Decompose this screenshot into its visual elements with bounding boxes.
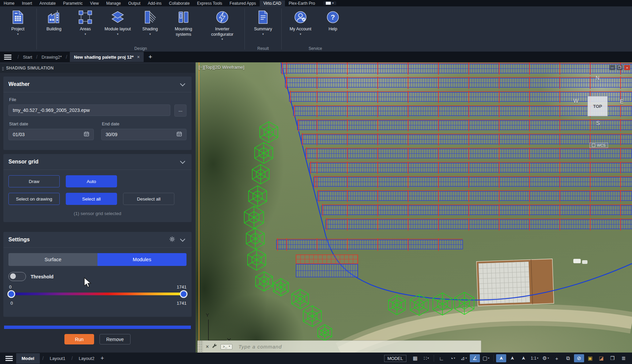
menu-item-output[interactable]: Output	[124, 0, 144, 6]
remove-button[interactable]: Remove	[99, 334, 131, 344]
command-close-icon[interactable]: ×	[206, 344, 209, 350]
mounting-systems-button[interactable]: Mounting systems	[166, 8, 201, 46]
help-button[interactable]: ?Help	[318, 8, 348, 46]
close-icon[interactable]: ×	[624, 65, 630, 70]
restore-icon[interactable]: ❐	[617, 65, 623, 70]
browse-file-button[interactable]: ...	[174, 104, 186, 117]
customize-icon[interactable]: ≣	[619, 354, 629, 362]
scale-value[interactable]: 1:1▾	[529, 354, 540, 362]
osnap-tracking-icon[interactable]: ∠	[470, 354, 480, 362]
polar-tracking-icon[interactable]: ◔▾	[448, 354, 458, 362]
fullscreen-icon[interactable]: ❒	[607, 354, 617, 362]
command-bar-grip[interactable]	[198, 341, 203, 353]
draw-button[interactable]: Draw	[8, 175, 60, 187]
viewcube-south[interactable]: S	[596, 120, 600, 126]
menu-item-parametric[interactable]: Parametric	[59, 0, 86, 6]
snap-mode-icon[interactable]: ∷▾	[421, 354, 431, 362]
close-tab-icon[interactable]: ×	[137, 54, 140, 60]
menu-item-collaborate[interactable]: Collaborate	[165, 0, 193, 6]
model-space-button[interactable]: MODEL	[384, 355, 406, 362]
command-prompt-icon[interactable]: >_▾	[221, 344, 232, 350]
deselect-all-button[interactable]: Deselect all	[123, 193, 174, 205]
slider-gradient-track[interactable]	[9, 293, 185, 295]
workspace-icon[interactable]: ⧉	[563, 354, 573, 362]
grid-icon[interactable]: ▦	[410, 354, 420, 362]
viewcube-east[interactable]: E	[620, 99, 624, 105]
start-date-input[interactable]: 01/03	[8, 129, 94, 140]
annotation-scale-icon[interactable]: ➤	[518, 354, 528, 362]
command-input[interactable]: Type a command	[238, 344, 282, 350]
calendar-icon[interactable]	[176, 131, 182, 138]
threshold-toggle[interactable]	[8, 272, 26, 281]
auto-button[interactable]: Auto	[66, 175, 117, 187]
slider-handle-min[interactable]	[7, 290, 15, 298]
help-icon: ?	[325, 9, 341, 25]
new-layout-button[interactable]: +	[100, 355, 104, 362]
select-on-drawing-button[interactable]: Select on drawing	[8, 193, 60, 205]
viewcube-west[interactable]: W	[573, 98, 578, 104]
menu-item-virto-cad[interactable]: Virto.CAD	[260, 0, 285, 6]
panel-grip-icon[interactable]	[2, 67, 4, 71]
annotation-visibility-icon[interactable]: ➤	[496, 354, 506, 362]
tree-hexagon	[274, 278, 289, 296]
viewport-controls-label[interactable]: [−][Top][2D Wireframe]	[199, 65, 244, 70]
menu-item-insert[interactable]: Insert	[18, 0, 36, 6]
layout-tab-model[interactable]: Model	[16, 353, 40, 364]
chevron-down-icon[interactable]	[180, 81, 185, 86]
settings-gear-icon[interactable]: ⚙▾	[541, 354, 551, 362]
layout-tab-layout1[interactable]: Layout1	[46, 353, 68, 364]
viewcube-top-face[interactable]: TOP	[587, 96, 608, 116]
chevron-down-icon[interactable]	[180, 158, 185, 164]
tab-separator: /	[71, 356, 73, 361]
select-all-button[interactable]: Select all	[66, 193, 117, 205]
drawing-viewport[interactable]: Y [−][Top][2D Wireframe] ─ ❐ × N W E S T…	[196, 62, 632, 353]
autoscale-icon[interactable]: ➤	[507, 354, 517, 362]
summary-button[interactable]: Summary▾	[246, 8, 280, 46]
wrench-icon[interactable]	[211, 343, 217, 350]
layout-tab-layout2[interactable]: Layout2	[76, 353, 98, 364]
calendar-icon[interactable]	[84, 131, 89, 138]
menu-item-view[interactable]: View	[86, 0, 103, 6]
solar-field-canvas[interactable]: Y	[196, 62, 632, 353]
menu-item-annotate[interactable]: Annotate	[36, 0, 59, 6]
modules-tab[interactable]: Modules	[97, 253, 186, 266]
my-account-button[interactable]: My Account▾	[283, 8, 318, 46]
chevron-down-icon[interactable]	[180, 236, 185, 242]
building-button[interactable]: Building	[38, 8, 70, 46]
wcs-chip[interactable]: WCS	[590, 143, 608, 148]
viewcube-north[interactable]: N	[596, 75, 600, 81]
weather-file-input[interactable]: tmy_40.527_-0.969_2005_2023.epw	[8, 104, 170, 116]
slider-handle-max[interactable]	[180, 290, 188, 298]
new-tab-button[interactable]: +	[148, 53, 152, 61]
graphics-performance-icon[interactable]: ◪	[596, 354, 606, 362]
file-menu-icon[interactable]	[4, 55, 11, 60]
menu-item-add-ins[interactable]: Add-ins	[144, 0, 165, 6]
hardware-acceleration-icon[interactable]: ⊘	[574, 354, 584, 362]
object-snap-icon[interactable]: ▢▾	[481, 354, 491, 362]
minimize-icon[interactable]: ─	[609, 65, 615, 70]
surface-tab[interactable]: Surface	[8, 253, 97, 266]
menu-item-manage[interactable]: Manage	[103, 0, 124, 6]
isometric-drafting-icon[interactable]: ⊿▾	[459, 354, 469, 362]
module-layout-button[interactable]: Module layout▾	[101, 8, 135, 46]
areas-button[interactable]: Areas▾	[70, 8, 101, 46]
doc-tab-drawing2-[interactable]: Drawing2*	[40, 53, 63, 62]
isolate-objects-icon[interactable]: ▣	[585, 354, 595, 362]
ortho-icon[interactable]: ∟	[436, 354, 447, 362]
statusbar-menu-icon[interactable]	[5, 356, 13, 361]
shading-button[interactable]: Shading▾	[135, 8, 166, 46]
menu-item-express-tools[interactable]: Express Tools	[193, 0, 226, 6]
menu-item-plex-earth-pro[interactable]: Plex-Earth Pro	[285, 0, 319, 6]
menu-item-home[interactable]: Home	[0, 0, 18, 6]
doc-tab-active[interactable]: New shading palette proj 12*×	[70, 52, 144, 62]
settings-gear-icon[interactable]	[169, 236, 175, 244]
chevron-down-icon: ▾	[262, 33, 264, 36]
add-icon[interactable]: +	[552, 354, 562, 362]
menubar-media-button[interactable]: ▾	[323, 1, 336, 5]
project-button[interactable]: Project▾	[1, 8, 35, 46]
doc-tab-start[interactable]: Start	[22, 53, 33, 62]
menu-item-featured-apps[interactable]: Featured Apps	[226, 0, 260, 6]
inverter-configurator-button[interactable]: Inverter configurator▾	[201, 8, 243, 46]
run-button[interactable]: Run	[64, 334, 94, 344]
end-date-input[interactable]: 30/09	[101, 129, 186, 140]
